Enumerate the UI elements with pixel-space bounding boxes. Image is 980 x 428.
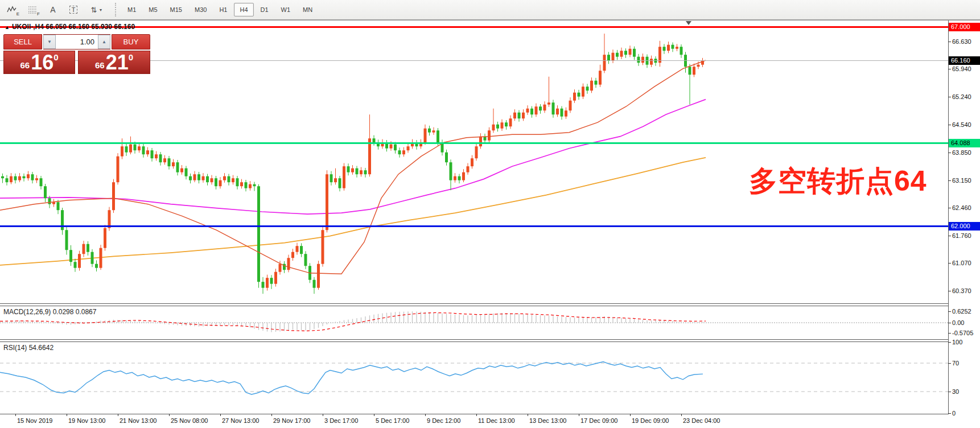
time-axis-label: 17 Dec 09:00 xyxy=(580,417,617,424)
chart-border xyxy=(0,20,980,20)
chart-area[interactable]: ▲UKOIl-,H4 66.050 66.160 65.930 66.160 S… xyxy=(0,20,980,428)
time-axis-label: 25 Nov 08:00 xyxy=(171,417,208,424)
volume-decrease-button[interactable]: ▼ xyxy=(43,35,56,49)
toolbar-separator xyxy=(115,3,116,17)
time-axis-tick xyxy=(323,414,323,416)
price-badge-67.000: 67.000 xyxy=(949,23,980,31)
ma-slow-line xyxy=(0,158,706,265)
timeframe-button-w1[interactable]: W1 xyxy=(275,3,297,17)
price-axis-tick xyxy=(948,69,951,69)
one-click-trade-panel: SELL ▼ ▲ BUY 66 16 0 66 21 0 xyxy=(3,34,150,74)
rsi-label: RSI(14) 54.6642 xyxy=(3,344,53,352)
rsi-axis-label: 0 xyxy=(952,410,956,417)
time-axis-tick xyxy=(169,414,170,416)
rsi-line xyxy=(0,362,703,395)
timeframe-button-h1[interactable]: H1 xyxy=(213,3,233,17)
price-axis-label: 61.070 xyxy=(952,260,971,266)
price-axis-label: 66.630 xyxy=(952,38,971,45)
volume-stepper: ▼ ▲ xyxy=(43,34,110,50)
symbol-ohlc-text: UKOIl-,H4 66.050 66.160 65.930 66.160 xyxy=(12,23,135,31)
rsi-axis-tick xyxy=(948,413,951,414)
timeframe-group: M1M5M15M30H1H4D1W1MN xyxy=(122,3,319,17)
timeframe-button-m30[interactable]: M30 xyxy=(189,3,212,17)
horizontal-line-64.088[interactable] xyxy=(0,142,948,144)
price-axis-tick xyxy=(948,125,951,125)
time-axis-label: 5 Dec 17:00 xyxy=(376,417,409,424)
price-axis-label: 63.150 xyxy=(952,177,971,184)
rsi-axis-tick xyxy=(948,392,951,392)
timeframe-button-m5[interactable]: M5 xyxy=(143,3,163,17)
price-axis-label: 60.370 xyxy=(952,287,971,294)
horizontal-line-67[interactable] xyxy=(0,26,948,28)
price-axis-label: 64.540 xyxy=(952,121,971,128)
macd-axis-tick xyxy=(948,333,951,334)
time-axis-label: 19 Nov 13:00 xyxy=(68,417,105,424)
indicators-icon-sub: E xyxy=(17,11,19,17)
chart-annotation-text: 多空转折点64 xyxy=(749,162,927,200)
price-axis-tick xyxy=(948,208,951,208)
buy-price-tile[interactable]: 66 21 0 xyxy=(78,51,150,74)
candlestick-chart xyxy=(0,20,980,428)
indicators-icon[interactable]: E xyxy=(3,2,20,17)
panel-separator[interactable] xyxy=(0,303,949,306)
rsi-axis-label: 100 xyxy=(952,339,962,345)
price-badge-66.160: 66.160 xyxy=(949,56,980,65)
rsi-axis-tick xyxy=(948,342,951,343)
rsi-axis-label: 70 xyxy=(952,360,959,367)
buy-price-pips: 21 xyxy=(106,53,129,72)
text-box-icon[interactable]: T xyxy=(65,2,82,17)
price-axis-tick xyxy=(948,42,951,42)
collapse-arrow-icon[interactable]: ▲ xyxy=(5,24,10,30)
ma-fast-line xyxy=(0,60,706,274)
timeframe-button-m1[interactable]: M1 xyxy=(122,3,142,17)
time-axis-label: 19 Dec 09:00 xyxy=(632,417,669,424)
price-axis-label: 63.850 xyxy=(952,149,971,156)
buy-button[interactable]: BUY xyxy=(112,34,150,50)
time-axis-tick xyxy=(220,414,221,416)
time-axis-tick xyxy=(271,414,272,416)
time-axis-tick xyxy=(579,414,579,416)
panel-separator[interactable] xyxy=(0,339,949,342)
volume-input[interactable] xyxy=(56,35,98,49)
time-axis-tick xyxy=(118,414,118,416)
letter-a-icon[interactable]: A xyxy=(44,2,61,17)
symbol-ohlc-line: ▲UKOIl-,H4 66.050 66.160 65.930 66.160 xyxy=(5,23,135,31)
timeframe-button-d1[interactable]: D1 xyxy=(255,3,274,17)
timeframe-button-mn[interactable]: MN xyxy=(297,3,318,17)
horizontal-line-62[interactable] xyxy=(0,225,948,227)
time-axis-tick xyxy=(528,414,528,416)
buy-price-point: 0 xyxy=(129,52,133,62)
time-axis-label: 27 Nov 13:00 xyxy=(222,417,259,424)
time-axis-tick xyxy=(681,414,682,416)
macd-axis-label: 0.6252 xyxy=(952,308,971,315)
price-axis-label: 65.940 xyxy=(952,65,971,72)
price-axis-label: 65.240 xyxy=(952,93,971,100)
price-axis-tick xyxy=(948,236,951,236)
time-axis-label: 9 Dec 12:00 xyxy=(427,417,460,424)
time-axis-tick xyxy=(630,414,631,416)
time-axis-tick xyxy=(425,414,426,416)
timeframe-button-m15[interactable]: M15 xyxy=(164,3,188,17)
dropdown-caret-icon: ▼ xyxy=(98,8,102,12)
macd-axis-tick xyxy=(948,323,951,323)
time-axis-tick xyxy=(476,414,477,416)
time-axis-tick xyxy=(15,414,16,416)
time-axis-tick xyxy=(67,414,67,416)
price-axis-border xyxy=(948,20,949,414)
macd-axis-label: -0.5705 xyxy=(952,330,973,336)
ma-mid-line xyxy=(0,100,706,215)
chart-shift-marker[interactable] xyxy=(686,21,691,25)
arrange-symbols-icon[interactable]: ⇅▼ xyxy=(85,2,108,17)
grid-icon[interactable]: F xyxy=(24,2,41,17)
time-axis-label: 15 Nov 2019 xyxy=(17,417,52,424)
sell-price-tile[interactable]: 66 16 0 xyxy=(3,51,75,74)
price-badge-64.088: 64.088 xyxy=(949,139,980,147)
time-axis-label: 23 Dec 04:00 xyxy=(683,417,720,424)
sell-button[interactable]: SELL xyxy=(3,34,42,50)
price-axis-tick xyxy=(948,153,951,153)
price-badge-62.000: 62.000 xyxy=(949,222,980,231)
timeframe-button-h4[interactable]: H4 xyxy=(234,3,253,17)
volume-increase-button[interactable]: ▲ xyxy=(98,35,110,49)
time-axis-tick xyxy=(374,414,374,416)
macd-axis-tick xyxy=(948,311,951,312)
